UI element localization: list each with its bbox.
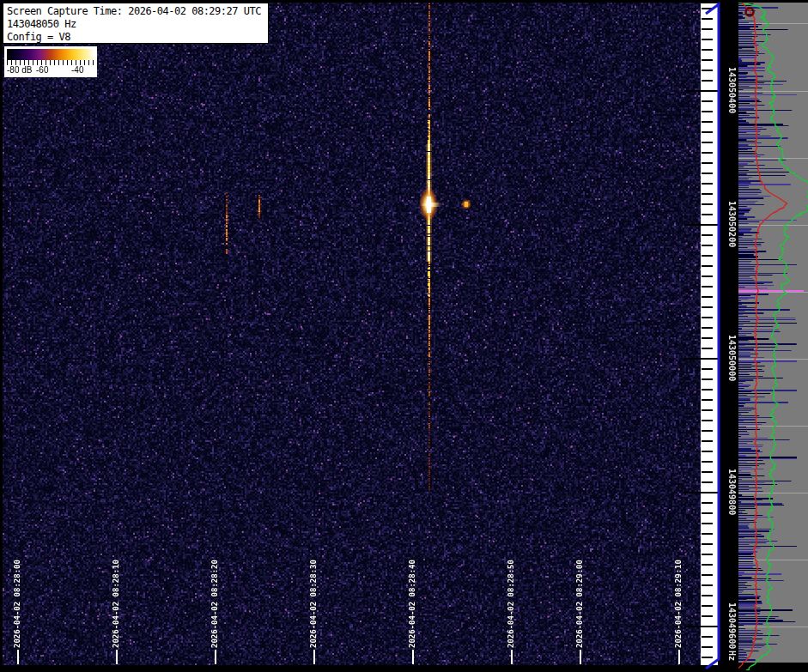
time-axis-label: 2026-04-02 08:28:40 bbox=[408, 560, 416, 648]
time-axis-label: 2026-04-02 08:28:00 bbox=[13, 560, 21, 648]
colorbar-label-min: -80 dB bbox=[7, 64, 32, 76]
capture-info-box: Screen Capture Time: 2026-04-02 08:29:27… bbox=[3, 3, 269, 44]
frequency-axis-label: 143050200 bbox=[727, 201, 737, 247]
frequency-unit-label: Hz bbox=[727, 651, 737, 661]
time-axis-label: 2026-04-02 08:29:00 bbox=[575, 560, 584, 648]
frequency-axis-label: 143049600 bbox=[727, 602, 737, 649]
frequency-axis-label: 143049800 bbox=[727, 469, 737, 515]
center-frequency-text: 143048050 Hz bbox=[7, 18, 264, 31]
colorbar-gradient bbox=[7, 49, 94, 60]
colorbar-label-max: -40 bbox=[71, 64, 83, 76]
time-axis-label: 2026-04-02 08:28:10 bbox=[112, 560, 120, 648]
intensity-scale-legend: -80 dB -60 -40 bbox=[4, 46, 97, 77]
capture-time-text: Screen Capture Time: 2026-04-02 08:29:27… bbox=[7, 5, 264, 18]
time-axis-label: 2026-04-02 08:29:10 bbox=[674, 560, 683, 648]
time-axis-label: 2026-04-02 08:28:20 bbox=[210, 560, 219, 648]
frequency-axis-label: 143050000 bbox=[727, 335, 737, 381]
spectrum-waterfall-canvas bbox=[0, 0, 808, 672]
config-text: Config = V8 bbox=[7, 31, 264, 44]
spectrum-capture-screen: Screen Capture Time: 2026-04-02 08:29:27… bbox=[0, 0, 808, 672]
colorbar-label-mid: -60 bbox=[36, 64, 48, 76]
time-axis-label: 2026-04-02 08:28:50 bbox=[507, 560, 515, 648]
time-axis-label: 2026-04-02 08:28:30 bbox=[309, 560, 318, 648]
frequency-axis-label: 143050400 bbox=[727, 67, 737, 113]
